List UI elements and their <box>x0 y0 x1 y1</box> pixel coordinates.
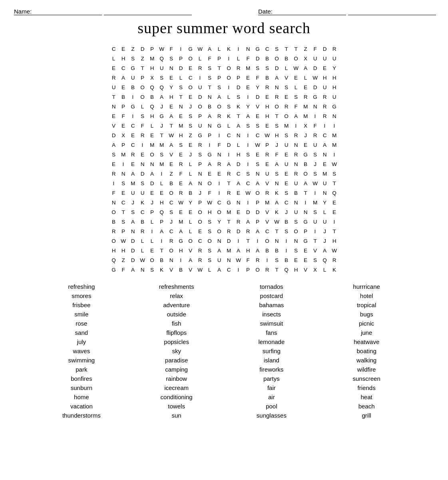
cell-7-16: H <box>263 111 272 121</box>
cell-4-0: U <box>109 82 119 92</box>
cell-12-16: E <box>263 159 272 169</box>
cell-10-8: E <box>186 140 195 150</box>
cell-6-13: K <box>234 102 243 111</box>
cell-20-5: I <box>157 236 167 246</box>
cell-0-9: W <box>195 44 205 54</box>
cell-21-7: H <box>176 246 186 255</box>
cell-21-3: L <box>138 246 147 255</box>
cell-7-9: P <box>195 111 205 121</box>
cell-1-9: L <box>195 54 205 63</box>
cell-2-18: L <box>282 63 291 73</box>
word-item: heat <box>321 394 412 400</box>
cell-1-18: B <box>282 54 291 63</box>
cell-2-22: E <box>320 63 330 73</box>
cell-1-11: P <box>215 54 224 63</box>
cell-19-18: S <box>282 226 291 236</box>
cell-23-3: N <box>138 265 147 274</box>
cell-22-1: Z <box>119 255 128 265</box>
cell-3-3: P <box>138 73 147 82</box>
word-item: flipflops <box>131 329 222 336</box>
word-item: relax <box>131 292 222 299</box>
cell-15-0: F <box>109 188 119 198</box>
cell-11-9: S <box>195 150 205 159</box>
word-item: paradise <box>131 357 222 364</box>
cell-13-13: C <box>234 169 243 178</box>
cell-22-10: S <box>205 255 215 265</box>
cell-8-5: J <box>157 121 167 130</box>
cell-7-4: H <box>147 111 157 121</box>
date-label: Date: <box>258 8 346 15</box>
cell-1-0: L <box>109 54 119 63</box>
cell-9-17: H <box>272 130 282 140</box>
cell-16-15: P <box>253 198 263 207</box>
word-item: beach <box>321 403 412 410</box>
cell-21-20: E <box>301 246 311 255</box>
cell-5-12: L <box>224 92 234 102</box>
cell-4-1: E <box>119 82 128 92</box>
word-item: rose <box>36 320 127 327</box>
cell-11-13: H <box>234 150 243 159</box>
cell-8-7: M <box>176 121 186 130</box>
cell-12-3: N <box>138 159 147 169</box>
cell-10-5: M <box>157 140 167 150</box>
cell-2-8: E <box>186 63 195 73</box>
cell-3-8: C <box>186 73 195 82</box>
cell-12-8: L <box>186 159 195 169</box>
cell-4-2: B <box>128 82 138 92</box>
cell-16-12: G <box>224 198 234 207</box>
word-item: bonfires <box>36 375 127 382</box>
word-item: towels <box>131 403 222 410</box>
cell-0-0: C <box>109 44 119 54</box>
cell-23-12: C <box>224 265 234 274</box>
cell-2-0: E <box>109 63 119 73</box>
cell-6-6: E <box>167 102 176 111</box>
cell-18-17: W <box>272 217 282 226</box>
cell-8-4: L <box>147 121 157 130</box>
cell-14-2: M <box>128 178 138 188</box>
cell-14-14: C <box>243 178 253 188</box>
cell-21-2: D <box>128 246 138 255</box>
cell-9-2: E <box>128 130 138 140</box>
cell-19-20: P <box>301 226 311 236</box>
cell-8-10: N <box>205 121 215 130</box>
cell-2-10: S <box>205 63 215 73</box>
cell-8-19: I <box>291 121 301 130</box>
cell-13-11: E <box>215 169 224 178</box>
cell-15-3: U <box>138 188 147 198</box>
cell-2-12: O <box>224 63 234 73</box>
cell-16-8: Y <box>186 198 195 207</box>
cell-9-21: R <box>311 130 320 140</box>
cell-5-21: G <box>311 92 320 102</box>
cell-21-8: V <box>186 246 195 255</box>
word-item: sky <box>131 348 222 354</box>
cell-22-12: N <box>224 255 234 265</box>
word-item: friends <box>321 384 412 391</box>
cell-8-18: M <box>282 121 291 130</box>
cell-22-17: S <box>272 255 282 265</box>
word-item: sand <box>36 329 127 336</box>
cell-2-21: D <box>311 63 320 73</box>
cell-5-4: B <box>147 92 157 102</box>
cell-21-19: S <box>291 246 301 255</box>
word-item: june <box>321 329 412 336</box>
cell-4-19: L <box>291 82 301 92</box>
cell-16-16: M <box>263 198 272 207</box>
cell-20-16: O <box>263 236 272 246</box>
cell-7-3: S <box>138 111 147 121</box>
cell-0-12: K <box>224 44 234 54</box>
cell-19-0: R <box>109 226 119 236</box>
cell-20-15: I <box>253 236 263 246</box>
cell-1-7: P <box>176 54 186 63</box>
cell-12-11: R <box>215 159 224 169</box>
cell-7-12: K <box>224 111 234 121</box>
cell-14-20: A <box>301 178 311 188</box>
cell-3-18: V <box>282 73 291 82</box>
cell-3-21: W <box>311 73 320 82</box>
cell-23-9: W <box>195 265 205 274</box>
cell-1-1: H <box>119 54 128 63</box>
cell-18-23: I <box>330 217 339 226</box>
cell-19-5: A <box>157 226 167 236</box>
cell-12-6: E <box>167 159 176 169</box>
cell-7-0: E <box>109 111 119 121</box>
cell-2-2: G <box>128 63 138 73</box>
